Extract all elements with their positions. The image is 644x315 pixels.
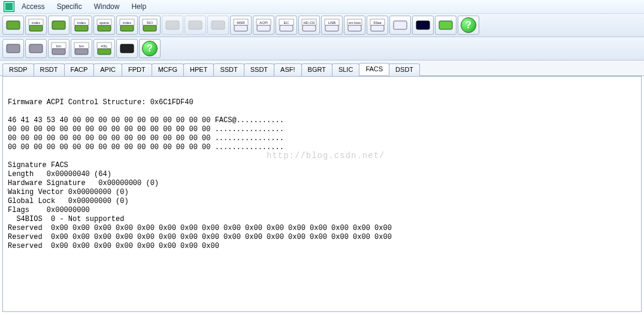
svg-rect-9 <box>97 19 111 25</box>
menu-window[interactable]: Window <box>89 1 125 12</box>
tab-ssdt-7[interactable]: SSDT <box>213 63 244 76</box>
binoculars-icon[interactable] <box>116 39 138 58</box>
save-bin-icon[interactable]: bin <box>48 39 69 58</box>
svg-text:ASL: ASL <box>101 44 108 48</box>
hdcd-icon[interactable]: HD,CD <box>298 16 320 35</box>
svg-rect-8 <box>98 25 111 31</box>
tab-apic-3[interactable]: APIC <box>93 63 122 76</box>
menu-bar: Access Specific Window Help <box>0 0 644 14</box>
msr-icon[interactable]: MSR <box>230 16 252 35</box>
svg-rect-6 <box>74 19 89 25</box>
monitor-icon[interactable] <box>389 16 411 35</box>
55aa-icon[interactable]: 55aa <box>367 16 388 35</box>
chip2-icon[interactable] <box>48 16 69 35</box>
svg-rect-49 <box>75 49 88 54</box>
tab-facs-12[interactable]: FACS <box>359 63 389 75</box>
svg-rect-26 <box>280 25 293 31</box>
svg-text:index: index <box>32 21 40 25</box>
chip-index-icon[interactable]: index <box>25 16 47 35</box>
svg-rect-1 <box>29 25 43 31</box>
terminal-icon[interactable] <box>412 16 434 35</box>
svg-text:MSR: MSR <box>237 21 245 25</box>
svg-text:sm bios: sm bios <box>349 21 361 25</box>
app-icon <box>4 1 14 12</box>
svg-rect-33 <box>325 19 339 25</box>
svg-text:55aa: 55aa <box>373 21 382 25</box>
svg-rect-39 <box>370 19 385 25</box>
svg-rect-47 <box>52 43 66 49</box>
hex-dump-text: Firmware ACPI Control Structure: 0x6C1FD… <box>8 98 636 251</box>
sio-icon[interactable]: SIO <box>139 16 161 35</box>
svg-rect-15 <box>143 19 157 25</box>
svg-rect-5 <box>75 25 88 31</box>
svg-rect-19 <box>211 21 225 29</box>
svg-rect-14 <box>143 25 156 31</box>
wave-index-icon[interactable]: index <box>116 16 138 35</box>
help-icon[interactable]: ? <box>458 16 479 35</box>
svg-rect-12 <box>120 19 134 25</box>
svg-text:SIO: SIO <box>147 21 153 25</box>
svg-rect-24 <box>256 19 271 25</box>
svg-rect-55 <box>120 44 134 53</box>
main-toolbar: index index space index SIO MSR ACPI EC … <box>0 14 644 37</box>
tab-facp-2[interactable]: FACP <box>64 63 95 76</box>
svg-text:USB: USB <box>328 21 335 25</box>
menu-help[interactable]: Help <box>126 1 151 12</box>
save-multi-icon[interactable] <box>25 39 47 58</box>
menu-specific[interactable]: Specific <box>52 1 87 12</box>
tab-rsdp-0[interactable]: RSDP <box>2 63 34 76</box>
tab-dsdt-13[interactable]: DSDT <box>389 63 420 76</box>
ec-icon[interactable]: EC <box>276 16 297 35</box>
tab-row: RSDPRSDTFACPAPICFPDTMCFGHPETSSDTSSDTASF!… <box>0 60 644 76</box>
sub-toolbar: bin bin ASL ? <box>0 37 644 60</box>
svg-rect-11 <box>120 25 134 31</box>
usb-icon[interactable]: USB <box>321 16 343 35</box>
svg-rect-2 <box>29 19 43 25</box>
save-icon[interactable] <box>2 39 24 58</box>
svg-text:bin: bin <box>56 44 61 48</box>
acpi-icon[interactable]: ACPI <box>253 16 274 35</box>
svg-rect-43 <box>439 21 452 29</box>
svg-rect-38 <box>371 25 384 31</box>
svg-rect-41 <box>394 21 407 29</box>
svg-rect-52 <box>98 49 111 54</box>
svg-rect-50 <box>74 43 89 49</box>
svg-rect-36 <box>347 19 362 25</box>
smbios-icon[interactable]: sm bios <box>344 16 365 35</box>
chip-green-icon[interactable] <box>435 16 456 35</box>
svg-text:space: space <box>99 21 110 25</box>
svg-rect-4 <box>52 21 65 29</box>
tab-rsdt-1[interactable]: RSDT <box>34 63 65 76</box>
asl-icon[interactable]: ASL <box>93 39 115 58</box>
help-icon[interactable]: ? <box>139 39 161 58</box>
svg-rect-46 <box>52 49 65 54</box>
tab-bgrt-10[interactable]: BGRT <box>301 63 332 76</box>
svg-text:HD,CD: HD,CD <box>304 21 316 25</box>
tab-mcfg-5[interactable]: MCFG <box>152 63 184 76</box>
chip-index2-icon[interactable]: index <box>71 16 92 35</box>
svg-rect-45 <box>29 44 43 53</box>
svg-rect-27 <box>279 19 294 25</box>
svg-rect-42 <box>416 21 430 29</box>
tab-fpdt-4[interactable]: FPDT <box>122 63 152 76</box>
svg-rect-44 <box>7 44 20 53</box>
tab-hpet-6[interactable]: HPET <box>183 63 214 76</box>
svg-rect-30 <box>302 19 316 25</box>
svg-text:EC: EC <box>284 21 289 25</box>
svg-text:ACPI: ACPI <box>259 21 268 25</box>
svg-rect-23 <box>257 25 270 31</box>
tab-asf-9[interactable]: ASF! <box>274 63 301 76</box>
svg-text:index: index <box>77 21 86 25</box>
tab-ssdt-8[interactable]: SSDT <box>244 63 274 76</box>
content-area[interactable]: http://blog.csdn.net/ Firmware ACPI Cont… <box>2 76 642 312</box>
svg-rect-35 <box>348 25 361 31</box>
space-icon[interactable]: space <box>93 16 115 35</box>
menu-access[interactable]: Access <box>17 1 50 12</box>
chip1-icon[interactable] <box>2 16 24 35</box>
svg-rect-18 <box>189 21 202 29</box>
save-bin-multi-icon[interactable]: bin <box>71 39 92 58</box>
svg-rect-0 <box>7 21 20 29</box>
tab-slic-11[interactable]: SLIC <box>332 63 359 76</box>
svg-rect-21 <box>234 19 248 25</box>
svg-rect-53 <box>97 43 111 49</box>
